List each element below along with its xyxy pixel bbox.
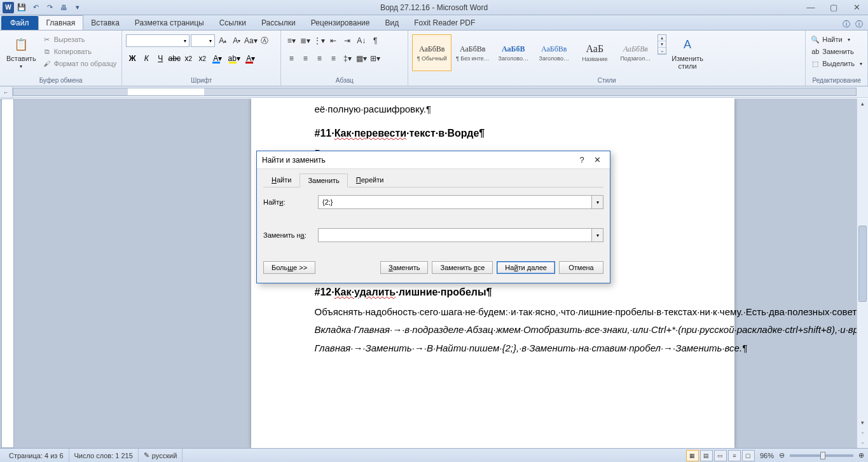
align-left-icon[interactable]: ≡: [285, 52, 298, 65]
align-center-icon[interactable]: ≡: [299, 52, 312, 65]
view-draft-icon[interactable]: ▢: [742, 450, 755, 461]
borders-icon[interactable]: ⊞▾: [369, 52, 382, 65]
scroll-up-icon[interactable]: ▴: [857, 99, 868, 109]
tab-insert[interactable]: Вставка: [83, 16, 127, 30]
superscript-button[interactable]: x2: [196, 52, 209, 65]
dialog-help-icon[interactable]: ?: [574, 153, 589, 168]
dialog-tab-find[interactable]: Найти: [263, 173, 300, 187]
qat-customize-icon[interactable]: ▾: [71, 1, 84, 14]
dialog-tab-replace[interactable]: Заменить: [300, 173, 347, 187]
status-language[interactable]: ✎ русский: [139, 449, 183, 462]
scroll-thumb[interactable]: [858, 226, 867, 302]
styles-scroll[interactable]: ▴▾⌄: [658, 34, 666, 55]
clear-format-icon[interactable]: Ⓐ: [258, 34, 271, 47]
view-outline-icon[interactable]: ≡: [728, 450, 741, 461]
font-size-combo[interactable]: ▾: [191, 34, 215, 47]
next-page-icon[interactable]: ◦: [857, 438, 868, 448]
dialog-tab-goto[interactable]: Перейти: [348, 173, 392, 187]
line-spacing-icon[interactable]: ‡▾: [341, 52, 354, 65]
minimize-button[interactable]: —: [799, 0, 822, 15]
tab-home[interactable]: Главная: [38, 15, 84, 30]
vertical-ruler[interactable]: [1, 99, 14, 448]
help-icon[interactable]: ⓘ: [855, 19, 863, 30]
bold-button[interactable]: Ж: [126, 52, 139, 65]
more-button[interactable]: Больше >>: [263, 261, 315, 274]
cancel-button[interactable]: Отмена: [559, 261, 603, 274]
zoom-out-icon[interactable]: ⊖: [779, 451, 785, 459]
dialog-titlebar[interactable]: Найти и заменить ? ✕: [257, 151, 610, 169]
subscript-button[interactable]: x2: [182, 52, 195, 65]
underline-button[interactable]: Ч: [154, 52, 167, 65]
italic-button[interactable]: К: [140, 52, 153, 65]
replace-all-button[interactable]: Заменить все: [432, 261, 493, 274]
tab-review[interactable]: Рецензирование: [303, 16, 378, 30]
find-next-button[interactable]: Найти далее: [497, 261, 555, 274]
find-input[interactable]: {2;} ▾: [318, 195, 603, 209]
ribbon-minimize-icon[interactable]: ⓘ: [843, 19, 850, 30]
font-name-combo[interactable]: ▾: [126, 34, 189, 47]
style-heading2[interactable]: АаБбВвЗаголово…: [534, 34, 574, 71]
strike-button[interactable]: abc: [168, 52, 181, 65]
grow-font-icon[interactable]: A▴: [216, 34, 229, 47]
inc-indent-icon[interactable]: ⇥: [341, 34, 354, 47]
multilevel-list-icon[interactable]: ⋮▾: [313, 34, 326, 47]
copy-button[interactable]: ⧉Копировать: [41, 46, 118, 57]
justify-icon[interactable]: ≡: [327, 52, 340, 65]
highlight-button[interactable]: ab▾: [226, 52, 242, 65]
tab-view[interactable]: Вид: [377, 16, 406, 30]
number-list-icon[interactable]: ≣▾: [299, 34, 312, 47]
view-web-icon[interactable]: ▭: [714, 450, 727, 461]
font-color-button[interactable]: A▾: [243, 52, 258, 65]
shading-icon[interactable]: ▦▾: [355, 52, 368, 65]
file-tab[interactable]: Файл: [1, 16, 38, 30]
style-heading1[interactable]: АаБбВЗаголово…: [493, 34, 533, 71]
save-icon[interactable]: 💾: [15, 1, 28, 14]
maximize-button[interactable]: ▢: [822, 0, 845, 15]
vertical-scrollbar[interactable]: ▴ ▾ ◦ ◦: [857, 99, 868, 448]
find-button[interactable]: 🔍Найти▾: [809, 34, 864, 44]
replace-button[interactable]: abЗаменить: [809, 46, 864, 57]
view-fullscreen-icon[interactable]: ▤: [700, 450, 713, 461]
view-print-layout-icon[interactable]: ▦: [686, 450, 699, 461]
shrink-font-icon[interactable]: A▾: [230, 34, 243, 47]
redo-icon[interactable]: ↷: [43, 1, 56, 14]
style-title[interactable]: АаБНазвание: [575, 34, 614, 71]
undo-icon[interactable]: ↶: [29, 1, 42, 14]
tab-foxit-pdf[interactable]: Foxit Reader PDF: [406, 16, 483, 30]
dialog-close-icon[interactable]: ✕: [589, 153, 605, 168]
style-normal[interactable]: АаБбВв¶ Обычный: [412, 34, 451, 71]
show-marks-icon[interactable]: ¶: [369, 34, 382, 47]
close-button[interactable]: ✕: [845, 0, 868, 15]
tab-page-layout[interactable]: Разметка страницы: [127, 16, 212, 30]
dec-indent-icon[interactable]: ⇤: [327, 34, 340, 47]
paste-button[interactable]: 📋 Вставить ▾: [4, 34, 39, 71]
horizontal-ruler[interactable]: [13, 88, 857, 96]
text-effects-button[interactable]: A▾: [210, 52, 225, 65]
sort-icon[interactable]: A↓: [355, 34, 368, 47]
replace-one-button[interactable]: Заменить: [380, 261, 428, 274]
style-subtitle[interactable]: АаБбВвПодзагол…: [616, 34, 655, 71]
select-button[interactable]: ⬚Выделить▾: [809, 58, 864, 69]
tab-mailings[interactable]: Рассылки: [254, 16, 303, 30]
change-styles-button[interactable]: A Изменить стили: [669, 34, 706, 71]
zoom-slider[interactable]: [790, 454, 853, 457]
scroll-down-icon[interactable]: ▾: [857, 418, 868, 428]
prev-page-icon[interactable]: ◦: [857, 428, 868, 438]
styles-gallery[interactable]: АаБбВв¶ Обычный АаБбВв¶ Без инте… АаБбВЗ…: [412, 34, 655, 71]
ruler-corner[interactable]: ⌐: [0, 86, 13, 98]
cut-button[interactable]: ✂Вырезать: [41, 34, 118, 44]
print-icon[interactable]: 🖶: [57, 1, 70, 14]
replace-dropdown-icon[interactable]: ▾: [591, 229, 603, 241]
zoom-level[interactable]: 96%: [760, 452, 774, 459]
format-painter-button[interactable]: 🖌Формат по образцу: [41, 58, 118, 69]
change-case-icon[interactable]: Aa▾: [244, 34, 257, 47]
status-words[interactable]: Число слов: 1 215: [69, 449, 139, 462]
zoom-thumb[interactable]: [820, 452, 825, 459]
zoom-in-icon[interactable]: ⊕: [858, 451, 864, 459]
status-page[interactable]: Страница: 4 из 6: [4, 449, 69, 462]
find-dropdown-icon[interactable]: ▾: [591, 196, 603, 208]
style-no-spacing[interactable]: АаБбВв¶ Без инте…: [453, 34, 492, 71]
bullet-list-icon[interactable]: ≡▾: [285, 34, 298, 47]
replace-input[interactable]: ▾: [318, 228, 603, 242]
align-right-icon[interactable]: ≡: [313, 52, 326, 65]
